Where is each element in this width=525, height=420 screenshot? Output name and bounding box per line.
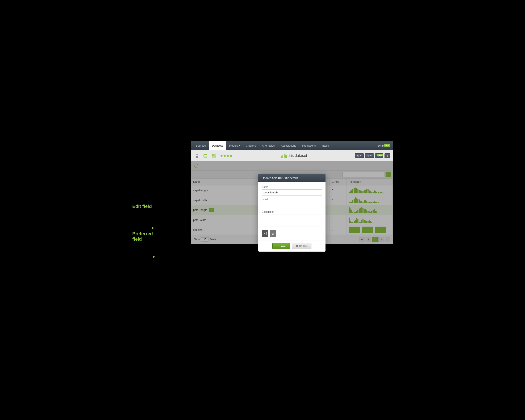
validate-btn[interactable]: ✓! bbox=[262, 230, 268, 237]
refresh-icon: ↺ bbox=[367, 154, 369, 157]
nav-scripts[interactable]: Scripts ▾ NEW bbox=[375, 143, 391, 148]
toolbar-dots bbox=[219, 155, 234, 157]
toolbar: iris dataset ⚙ ▾ ↺ ▾ ≡ ▾ NEW ℹ bbox=[191, 150, 393, 161]
nav-tasks[interactable]: Tasks bbox=[319, 141, 332, 150]
modal-footer: ✓ Save ✕ Cancel bbox=[258, 240, 326, 252]
modal-field-id: 000002 bbox=[278, 176, 289, 180]
modal-header: Update field 000002 details bbox=[258, 174, 326, 182]
svg-rect-3 bbox=[214, 154, 216, 156]
cancel-button[interactable]: ✕ Cancel bbox=[292, 243, 311, 249]
new-badge: NEW bbox=[384, 144, 390, 147]
modal-body: Name Label Description bbox=[258, 182, 326, 240]
nav-sources[interactable]: Sources bbox=[193, 141, 209, 150]
svg-rect-5 bbox=[214, 156, 216, 158]
settings-dropdown-icon: ▾ bbox=[360, 154, 361, 157]
description-textarea[interactable] bbox=[262, 214, 322, 227]
modal-action-icons: ✓! ⊕ bbox=[262, 230, 322, 237]
app-window: Sources Datasets Models ▾ Clusters Anoma… bbox=[191, 141, 393, 244]
toolbar-title: iris dataset bbox=[235, 153, 353, 158]
description-label: Description bbox=[262, 210, 322, 213]
cancel-x: ✕ bbox=[296, 244, 298, 248]
view-btn[interactable]: ≡ ▾ NEW bbox=[375, 153, 383, 158]
refresh-btn[interactable]: ↺ ▾ bbox=[365, 153, 374, 158]
settings-btn[interactable]: ⚙ ▾ bbox=[355, 153, 364, 158]
preferred-field-label: Preferred field bbox=[132, 231, 153, 242]
label-label: Label bbox=[262, 198, 322, 201]
nav-clusters[interactable]: Clusters bbox=[243, 141, 259, 150]
nav-predictions[interactable]: Predictions bbox=[299, 141, 319, 150]
grid-icon[interactable] bbox=[210, 152, 217, 159]
svg-rect-2 bbox=[212, 154, 214, 156]
description-field: Description bbox=[262, 210, 322, 228]
move-btn[interactable]: ⊕ bbox=[270, 230, 276, 237]
name-field: Name bbox=[262, 186, 322, 196]
models-dropdown-arrow: ▾ bbox=[239, 144, 240, 147]
refresh-dropdown-icon: ▾ bbox=[370, 154, 372, 157]
settings-icon: ⚙ bbox=[357, 154, 359, 157]
nav-models[interactable]: Models ▾ bbox=[226, 141, 243, 150]
lock-icon bbox=[194, 152, 200, 159]
modal-overlay: Update field 000002 details Name Label bbox=[191, 161, 393, 244]
save-button[interactable]: ✓ Save bbox=[272, 243, 290, 249]
chart-icon bbox=[281, 154, 287, 158]
label-input[interactable] bbox=[262, 202, 322, 208]
view-new-badge: NEW bbox=[377, 154, 383, 156]
content-area: ✕ Name Errors Histogram sepal l bbox=[191, 161, 393, 244]
info-btn[interactable]: ℹ bbox=[384, 153, 390, 158]
nav-associations[interactable]: Associations bbox=[278, 141, 299, 150]
label-field: Label bbox=[262, 198, 322, 208]
svg-rect-0 bbox=[196, 156, 198, 158]
svg-rect-4 bbox=[212, 156, 214, 158]
info-icon: ℹ bbox=[387, 154, 388, 157]
navbar: Sources Datasets Models ▾ Clusters Anoma… bbox=[191, 141, 393, 150]
save-checkmark: ✓ bbox=[276, 244, 279, 248]
toolbar-actions: ⚙ ▾ ↺ ▾ ≡ ▾ NEW ℹ bbox=[355, 153, 390, 158]
svg-point-1 bbox=[204, 154, 207, 155]
update-field-modal: Update field 000002 details Name Label bbox=[258, 174, 326, 252]
name-input[interactable] bbox=[262, 189, 322, 196]
nav-anomalies[interactable]: Anomalies bbox=[259, 141, 278, 150]
nav-datasets[interactable]: Datasets bbox=[209, 141, 226, 150]
edit-field-label: Edit field bbox=[132, 204, 152, 209]
table-area: ✕ Name Errors Histogram sepal l bbox=[191, 161, 393, 244]
name-label: Name bbox=[262, 186, 322, 189]
database-icon[interactable] bbox=[202, 152, 209, 159]
